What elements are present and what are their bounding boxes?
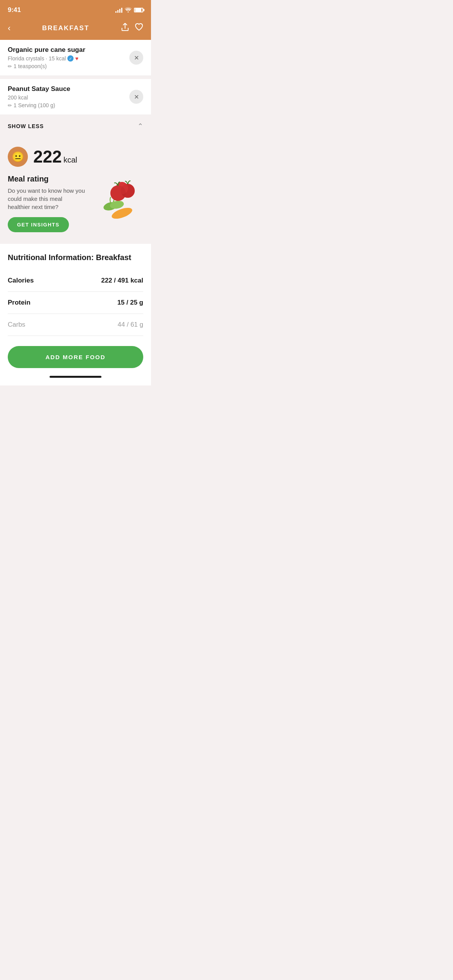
calories-value: 222 bbox=[33, 147, 62, 166]
nutrition-section: Nutritional Information: Breakfast Calor… bbox=[0, 244, 151, 340]
food-serving-1: ✏ 1 teaspoon(s) bbox=[8, 63, 85, 69]
page-title: BREAKFAST bbox=[42, 24, 89, 32]
add-more-food-button[interactable]: ADD MORE FOOD bbox=[8, 346, 143, 368]
pencil-icon-1: ✏ bbox=[8, 63, 12, 69]
meal-rating-title: Meal rating bbox=[8, 175, 89, 183]
mood-emoji: 😐 bbox=[8, 147, 28, 167]
nutrition-value-protein: 15 / 25 g bbox=[117, 299, 143, 307]
food-item-1: Organic pure cane sugar Florida crystals… bbox=[0, 40, 151, 76]
food-serving-2: ✏ 1 Serving (100 g) bbox=[8, 102, 70, 108]
nutrition-label-carbs: Carbs bbox=[8, 321, 25, 329]
heart-icon[interactable] bbox=[135, 23, 143, 33]
food-meta-2: 200 kcal bbox=[8, 94, 70, 101]
serving-text-1: 1 teaspoon(s) bbox=[14, 63, 47, 69]
remove-food-2-button[interactable]: ✕ bbox=[129, 90, 143, 104]
nutrition-label-protein: Protein bbox=[8, 299, 31, 307]
pencil-icon-2: ✏ bbox=[8, 103, 12, 108]
food-name-1: Organic pure cane sugar bbox=[8, 46, 85, 54]
get-insights-button[interactable]: GET INSIGHTS bbox=[8, 217, 69, 232]
food-info-2: Peanut Satay Sauce 200 kcal ✏ 1 Serving … bbox=[8, 85, 70, 108]
svg-point-7 bbox=[121, 184, 135, 198]
home-bar bbox=[50, 376, 101, 378]
food-calories-2: 200 kcal bbox=[8, 94, 28, 101]
food-item-2: Peanut Satay Sauce 200 kcal ✏ 1 Serving … bbox=[0, 79, 151, 115]
favorite-badge-1: ♥ bbox=[75, 55, 78, 62]
serving-text-2: 1 Serving (100 g) bbox=[14, 102, 55, 108]
wifi-icon bbox=[125, 7, 132, 14]
food-info-1: Organic pure cane sugar Florida crystals… bbox=[8, 46, 85, 69]
header: ‹ BREAKFAST bbox=[0, 19, 151, 40]
nutrition-section-title: Nutritional Information: Breakfast bbox=[8, 253, 143, 262]
food-name-2: Peanut Satay Sauce bbox=[8, 85, 70, 93]
calories-unit: kcal bbox=[63, 156, 77, 164]
meal-rating-description: Do you want to know how you could make t… bbox=[8, 187, 85, 211]
vegetables-illustration bbox=[89, 175, 143, 221]
meal-rating-content: Meal rating Do you want to know how you … bbox=[8, 175, 89, 232]
calories-section: 😐 222 kcal bbox=[0, 137, 151, 171]
remove-food-1-button[interactable]: ✕ bbox=[129, 51, 143, 65]
calories-display: 222 kcal bbox=[33, 148, 77, 165]
verified-badge-1: ✓ bbox=[67, 55, 74, 62]
nutrition-row-protein: Protein 15 / 25 g bbox=[8, 292, 143, 314]
food-brand-1: Florida crystals · 15 kcal bbox=[8, 55, 66, 62]
signal-icon bbox=[115, 7, 122, 13]
nutrition-row-carbs: Carbs 44 / 61 g bbox=[8, 314, 143, 336]
back-button[interactable]: ‹ bbox=[8, 23, 10, 33]
food-meta-1: Florida crystals · 15 kcal ✓ ♥ bbox=[8, 55, 85, 62]
share-icon[interactable] bbox=[121, 22, 129, 34]
home-indicator bbox=[0, 371, 151, 385]
status-time: 9:41 bbox=[8, 6, 21, 14]
status-icons bbox=[115, 7, 143, 14]
show-less-row[interactable]: SHOW LESS ⌃ bbox=[0, 115, 151, 137]
header-actions bbox=[121, 22, 143, 34]
nutrition-label-calories: Calories bbox=[8, 277, 34, 284]
meal-rating-card: Meal rating Do you want to know how you … bbox=[0, 171, 151, 244]
chevron-up-icon: ⌃ bbox=[137, 122, 143, 130]
add-food-section: ADD MORE FOOD bbox=[0, 340, 151, 371]
nutrition-row-calories: Calories 222 / 491 kcal bbox=[8, 270, 143, 292]
section-gap bbox=[0, 76, 151, 79]
battery-icon bbox=[134, 8, 143, 12]
nutrition-value-calories: 222 / 491 kcal bbox=[101, 277, 143, 284]
status-bar: 9:41 bbox=[0, 0, 151, 19]
show-less-label: SHOW LESS bbox=[8, 123, 44, 129]
nutrition-value-carbs: 44 / 61 g bbox=[118, 321, 143, 329]
meal-rating-image bbox=[89, 175, 143, 221]
